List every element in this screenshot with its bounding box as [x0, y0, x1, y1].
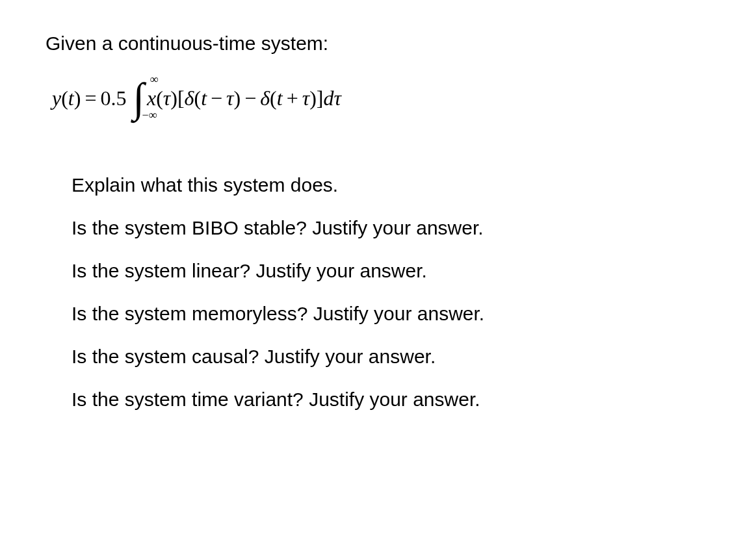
eq-t2: t: [277, 86, 283, 110]
intro-text: Given a continuous-time system:: [46, 32, 710, 55]
int-lower: −∞: [142, 108, 157, 122]
eq-d: d: [323, 86, 333, 110]
eq-lparen4: (: [270, 86, 277, 110]
question-6: Is the system time variant? Justify your…: [72, 389, 710, 411]
eq-rbracket: ]: [317, 86, 324, 110]
eq-minus2: −: [244, 86, 256, 110]
eq-tau1: τ: [163, 86, 170, 110]
question-1: Explain what this system does.: [72, 174, 710, 196]
question-3: Is the system linear? Justify your answe…: [72, 260, 710, 282]
integral-sign: ∞ ∫ −∞: [133, 81, 144, 116]
eq-rparen2: ): [170, 86, 177, 110]
eq-tau4: τ: [333, 86, 341, 110]
equation: y(t) = 0.5 ∞ ∫ −∞ x(τ)[δ(t − τ) − δ(t + …: [52, 81, 710, 116]
eq-rparen3: ): [234, 86, 241, 110]
eq-lbracket: [: [177, 86, 185, 110]
eq-rparen4: ): [309, 86, 317, 110]
eq-minus1: −: [211, 86, 222, 110]
eq-tau2: τ: [226, 86, 233, 110]
eq-delta2: δ: [260, 86, 270, 110]
eq-plus: +: [287, 86, 298, 110]
question-4: Is the system memoryless? Justify your a…: [72, 303, 710, 325]
eq-tau3: τ: [302, 86, 309, 110]
questions-list: Explain what this system does. Is the sy…: [46, 174, 710, 411]
question-5: Is the system causal? Justify your answe…: [72, 346, 710, 368]
eq-x: x: [147, 86, 156, 110]
eq-t-lhs: t: [68, 86, 74, 110]
eq-lparen3: (: [194, 86, 201, 110]
eq-equals: =: [85, 86, 96, 110]
question-2: Is the system BIBO stable? Justify your …: [72, 217, 710, 239]
eq-y: y: [52, 86, 61, 110]
eq-delta1: δ: [185, 86, 194, 110]
eq-coeff: 0.5: [100, 86, 126, 110]
eq-t1: t: [201, 86, 207, 110]
eq-lparen1: (: [61, 86, 68, 110]
int-upper: ∞: [150, 73, 158, 86]
eq-lparen2: (: [156, 86, 163, 110]
eq-rparen1: ): [74, 86, 81, 110]
